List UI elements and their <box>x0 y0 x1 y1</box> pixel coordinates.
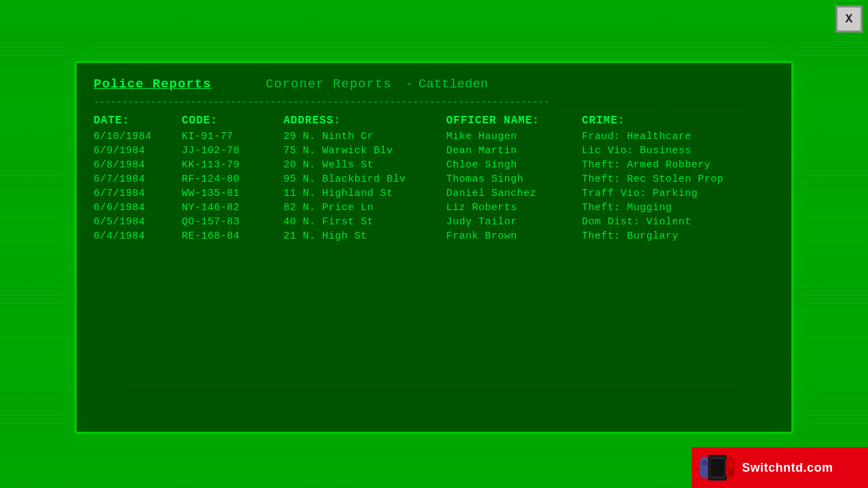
col-date: DATE: <box>94 115 182 127</box>
table-row[interactable]: 6/7/1984WW-135-8111 N. Highland StDaniel… <box>94 188 774 199</box>
cell-officer: Thomas Singh <box>446 174 582 185</box>
cell-code: KK-113-79 <box>182 159 283 171</box>
cell-date: 6/7/1984 <box>94 174 182 185</box>
cell-address: 21 N. High St <box>283 230 446 242</box>
cell-code: WW-135-81 <box>182 188 283 199</box>
cell-code: JJ-102-78 <box>182 145 283 157</box>
cell-date: 6/10/1984 <box>94 131 182 142</box>
table-row[interactable]: 6/6/1984NY-146-8282 N. Price LnLiz Rober… <box>94 202 774 214</box>
switch-logo-icon <box>700 455 735 481</box>
cell-officer: Frank Brown <box>446 230 582 242</box>
cell-address: 40 N. First St <box>283 216 446 228</box>
tab-separator: - <box>406 77 413 92</box>
header-tabs: Police Reports Coroner Reports - Cattled… <box>94 77 774 92</box>
cell-officer: Judy Tailor <box>446 216 582 228</box>
col-code: CODE: <box>182 115 283 127</box>
col-officer: OFFICER NAME: <box>446 115 582 127</box>
cell-code: RF-124-80 <box>182 174 283 185</box>
cell-address: 11 N. Highland St <box>283 188 446 199</box>
divider-line: ----------------------------------------… <box>94 97 774 108</box>
cell-address: 20 N. Wells St <box>283 159 446 171</box>
tab-police-reports[interactable]: Police Reports <box>94 77 212 92</box>
tab-coroner-reports[interactable]: Coroner Reports <box>266 77 392 92</box>
svg-point-1 <box>702 460 707 466</box>
cell-date: 6/5/1984 <box>94 216 182 228</box>
col-crime: CRIME: <box>582 115 774 127</box>
tab-city: Cattleden <box>418 77 488 92</box>
cell-date: 6/4/1984 <box>94 230 182 242</box>
nintendo-badge[interactable]: Switchntd.com <box>692 447 868 488</box>
cell-address: 82 N. Price Ln <box>283 202 446 214</box>
cell-code: KI-91-77 <box>182 131 283 142</box>
table-row[interactable]: 6/9/1984JJ-102-7875 N. Warwick BlvDean M… <box>94 145 774 157</box>
cell-crime: Dom Dist: Violent <box>582 216 774 228</box>
cell-date: 6/9/1984 <box>94 145 182 157</box>
cell-crime: Theft: Armed Robbery <box>582 159 774 171</box>
table-row[interactable]: 6/10/1984KI-91-7729 N. Ninth CrMike Haug… <box>94 131 774 142</box>
cell-date: 6/8/1984 <box>94 159 182 171</box>
cell-address: 95 N. Blackbird Blv <box>283 174 446 185</box>
svg-rect-6 <box>711 459 724 476</box>
cell-crime: Theft: Burglary <box>582 230 774 242</box>
col-address: ADDRESS: <box>283 115 446 127</box>
cell-officer: Chloe Singh <box>446 159 582 171</box>
svg-point-5 <box>728 470 733 475</box>
rows-container: 6/10/1984KI-91-7729 N. Ninth CrMike Haug… <box>94 131 774 242</box>
cell-code: RE-168-84 <box>182 230 283 242</box>
cell-date: 6/6/1984 <box>94 202 182 214</box>
cell-officer: Dean Martin <box>446 145 582 157</box>
cell-code: NY-146-82 <box>182 202 283 214</box>
table-row[interactable]: 6/4/1984RE-168-8421 N. High StFrank Brow… <box>94 230 774 242</box>
cell-address: 75 N. Warwick Blv <box>283 145 446 157</box>
table-row[interactable]: 6/7/1984RF-124-8095 N. Blackbird BlvThom… <box>94 174 774 185</box>
cell-crime: Theft: Rec Stolen Prop <box>582 174 774 185</box>
table-row[interactable]: 6/5/1984QO-157-8340 N. First StJudy Tail… <box>94 216 774 228</box>
svg-rect-4 <box>726 457 735 479</box>
cell-crime: Theft: Mugging <box>582 202 774 214</box>
cell-officer: Mike Haugen <box>446 131 582 142</box>
cell-code: QO-157-83 <box>182 216 283 228</box>
column-headers: DATE: CODE: ADDRESS: OFFICER NAME: CRIME… <box>94 115 774 127</box>
cell-crime: Fraud: Healthcare <box>582 131 774 142</box>
close-button[interactable]: X <box>835 5 863 33</box>
table-row[interactable]: 6/8/1984KK-113-7920 N. Wells StChloe Sin… <box>94 159 774 171</box>
nintendo-text: Switchntd.com <box>742 461 833 475</box>
cell-officer: Liz Roberts <box>446 202 582 214</box>
cell-address: 29 N. Ninth Cr <box>283 131 446 142</box>
terminal-window: Police Reports Coroner Reports - Cattled… <box>75 61 793 434</box>
svg-rect-0 <box>700 457 709 479</box>
cell-crime: Traff Vio: Parking <box>582 188 774 199</box>
cell-date: 6/7/1984 <box>94 188 182 199</box>
cell-officer: Daniel Sanchez <box>446 188 582 199</box>
cell-crime: Lic Vio: Business <box>582 145 774 157</box>
